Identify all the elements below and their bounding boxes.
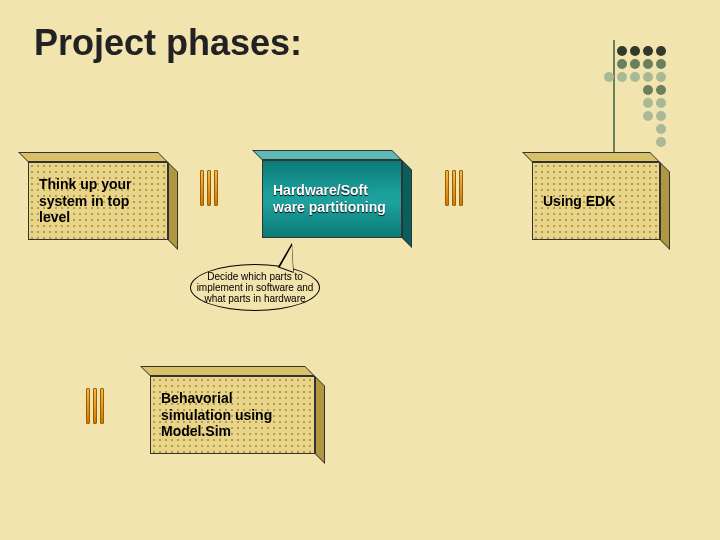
box-partition-label: Hardware/Soft ware partitioning (262, 160, 402, 238)
decorative-dots (604, 46, 666, 150)
callout-bubble: Decide which parts to implement in softw… (190, 264, 320, 311)
box-behavioral-label: Behavorial simulation using Model.Sim (150, 376, 315, 454)
arrow-icon (200, 170, 218, 206)
callout-text: Decide which parts to implement in softw… (197, 271, 314, 304)
arrow-icon (86, 388, 104, 424)
arrow-icon (445, 170, 463, 206)
box-think-label: Think up your system in top level (28, 162, 168, 240)
box-edk-label: Using EDK (532, 162, 660, 240)
page-title: Project phases: (34, 22, 302, 64)
